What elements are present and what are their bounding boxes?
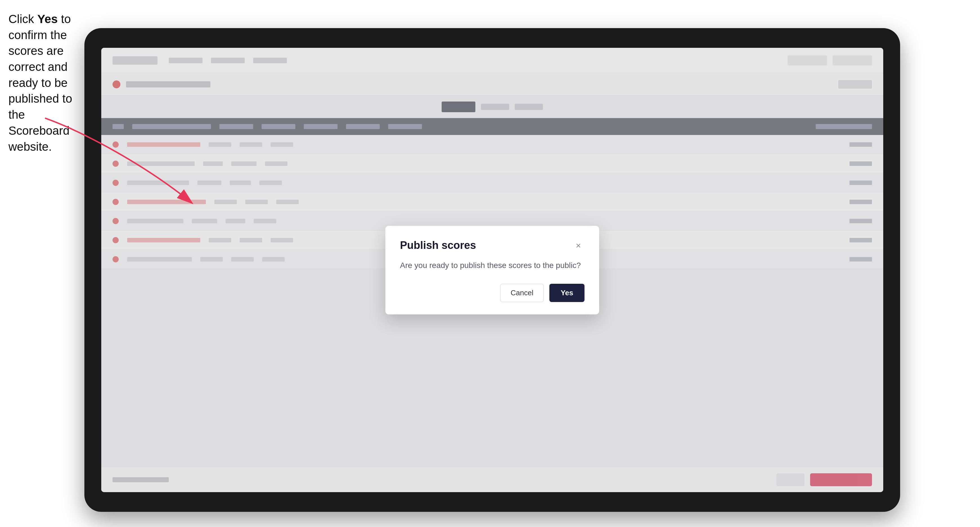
modal-overlay: Publish scores × Are you ready to publis… [101,48,883,492]
modal-close-button[interactable]: × [572,239,584,252]
cancel-button[interactable]: Cancel [500,284,544,302]
modal-header: Publish scores × [400,239,584,252]
modal-footer: Cancel Yes [400,284,584,302]
tablet-screen: Publish scores × Are you ready to publis… [101,48,883,492]
modal-body-text: Are you ready to publish these scores to… [400,260,584,271]
modal-body: Are you ready to publish these scores to… [400,260,584,271]
modal-title: Publish scores [400,239,476,251]
tablet-device: Publish scores × Are you ready to publis… [84,28,900,512]
instruction-text: Click Yes to confirm the scores are corr… [8,11,87,155]
yes-button[interactable]: Yes [549,284,584,302]
publish-scores-modal: Publish scores × Are you ready to publis… [385,226,599,314]
